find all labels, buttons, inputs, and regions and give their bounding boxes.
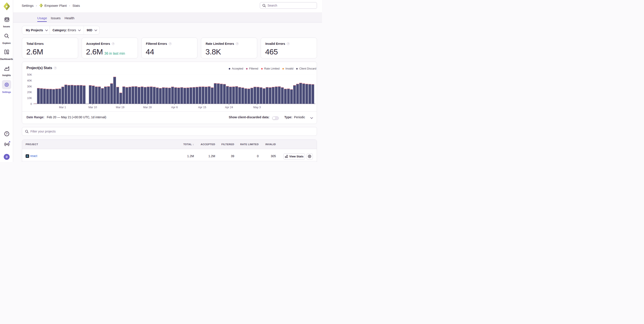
svg-text:Mar 10: Mar 10 bbox=[88, 106, 97, 109]
svg-text:May 3: May 3 bbox=[253, 106, 261, 109]
svg-text:Mar 28: Mar 28 bbox=[143, 106, 152, 109]
svg-text:Mar 1: Mar 1 bbox=[59, 106, 66, 109]
svg-text:Mar 19: Mar 19 bbox=[116, 106, 124, 109]
svg-text:Apr 24: Apr 24 bbox=[225, 106, 233, 109]
svg-text:Apr 15: Apr 15 bbox=[198, 106, 206, 109]
svg-text:Apr 6: Apr 6 bbox=[171, 106, 178, 109]
svg-text:?: ? bbox=[6, 132, 8, 135]
